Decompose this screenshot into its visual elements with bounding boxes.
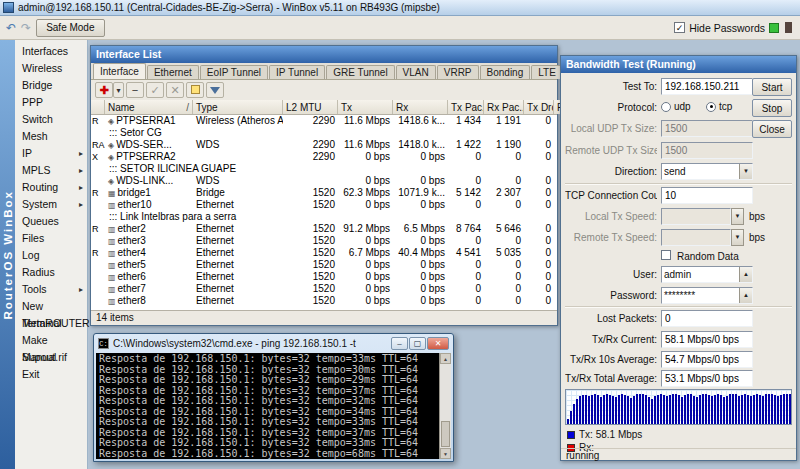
column-header-flags[interactable]: [91, 100, 105, 114]
close-button[interactable]: Close: [752, 120, 792, 138]
interface-row[interactable]: X◈PTPSERRA222900 bps0 bps000: [91, 151, 557, 163]
interface-row[interactable]: ▥ether3Ethernet15200 bps0 bps000: [91, 235, 557, 247]
sidebar-item-new-terminal[interactable]: New Terminal: [15, 298, 87, 315]
arrow-up-icon[interactable]: ▲: [739, 267, 752, 282]
tab-vlan[interactable]: VLAN: [396, 65, 436, 79]
interface-row[interactable]: ▥ether8Ethernet15200 bps0 bps000: [91, 295, 557, 307]
interface-comment-row[interactable]: ::: Link Intelbras para a serra: [91, 211, 557, 223]
sidebar-item-make-supout-rif[interactable]: Make Supout.rif: [15, 332, 87, 349]
sidebar-item-mpls[interactable]: MPLS▸: [15, 162, 87, 179]
sidebar-item-files[interactable]: Files: [15, 230, 87, 247]
local-tx-speed-dropdown-icon[interactable]: ▼: [731, 208, 744, 225]
row-cell: 0: [524, 151, 554, 163]
interface-row[interactable]: R◈PTPSERRA1Wireless (Atheros AR5...22901…: [91, 115, 557, 127]
random-data-checkbox[interactable]: [661, 250, 671, 260]
tab-lte[interactable]: LTE: [531, 65, 563, 79]
column-header-name[interactable]: Name/: [105, 100, 193, 114]
interface-row[interactable]: ▥ether5Ethernet15200 bps0 bps000: [91, 259, 557, 271]
undo-icon[interactable]: ↶: [6, 21, 16, 35]
sidebar-item-radius[interactable]: Radius: [15, 264, 87, 281]
column-header-rx-pac[interactable]: Rx Pac...: [484, 100, 524, 114]
interface-row[interactable]: ▥ether6Ethernet15200 bps0 bps000: [91, 271, 557, 283]
tab-ethernet[interactable]: Ethernet: [147, 65, 199, 79]
scroll-down-icon[interactable]: ▼: [440, 448, 451, 459]
stop-button[interactable]: Stop: [752, 99, 792, 117]
scrollbar-thumb[interactable]: [441, 421, 450, 447]
interface-row[interactable]: RA◈WDS-SER...WDS229011.6 Mbps1418.0 k...…: [91, 139, 557, 151]
tab-gre-tunnel[interactable]: GRE Tunnel: [326, 65, 394, 79]
console-output[interactable]: Resposta de 192.168.150.1: bytes=32 temp…: [96, 353, 451, 459]
row-cell: [554, 115, 557, 127]
tcp-connection-count-input[interactable]: [661, 187, 753, 204]
bandwidth-test-titlebar[interactable]: Bandwidth Test (Running): [561, 56, 796, 73]
maximize-button[interactable]: ▢: [409, 337, 426, 350]
window-titlebar[interactable]: admin@192.168.150.11 (Central-Cidades-BE…: [0, 0, 800, 16]
column-header-tx-pac[interactable]: Tx Pac...: [448, 100, 484, 114]
test-to-input[interactable]: [661, 78, 753, 95]
tab-bonding[interactable]: Bonding: [480, 65, 531, 79]
tab-vrrp[interactable]: VRRP: [437, 65, 479, 79]
row-cell: [283, 175, 338, 187]
direction-dropdown[interactable]: send ▼: [661, 163, 753, 180]
row-cell: [554, 187, 557, 199]
tab-eoip-tunnel[interactable]: EoIP Tunnel: [200, 65, 268, 79]
add-dropdown-icon[interactable]: ▾: [113, 82, 124, 98]
sidebar-item-routing[interactable]: Routing▸: [15, 179, 87, 196]
column-header-tx[interactable]: Tx: [338, 100, 393, 114]
remove-button[interactable]: −: [126, 82, 144, 98]
row-cell: 0: [484, 259, 524, 271]
sidebar-item-manual[interactable]: Manual: [15, 349, 87, 366]
interface-row[interactable]: R▥ether4Ethernet15206.7 Mbps40.4 Mbps4 5…: [91, 247, 557, 259]
column-header-type[interactable]: Type: [193, 100, 283, 114]
filter-button[interactable]: [206, 82, 224, 98]
protocol-udp-radio[interactable]: udp: [661, 101, 691, 112]
add-button[interactable]: ✚: [95, 82, 113, 98]
disable-button[interactable]: ✕: [166, 82, 184, 98]
column-header-l2-mtu[interactable]: L2 MTU: [283, 100, 338, 114]
arrow-up-icon[interactable]: ▲: [739, 288, 752, 303]
sidebar-item-ip[interactable]: IP▸: [15, 145, 87, 162]
interface-list-titlebar[interactable]: Interface List: [91, 46, 557, 63]
redo-icon[interactable]: ↷: [21, 21, 31, 35]
interface-row[interactable]: ▥ether7Ethernet15200 bps0 bps000: [91, 283, 557, 295]
scroll-up-icon[interactable]: ▲: [440, 353, 451, 364]
hide-passwords-checkbox[interactable]: ✓: [674, 22, 685, 33]
console-scrollbar[interactable]: ▲ ▼: [439, 353, 451, 459]
sidebar-item-queues[interactable]: Queues: [15, 213, 87, 230]
sidebar-item-system[interactable]: System▸: [15, 196, 87, 213]
chevron-down-icon[interactable]: ▼: [739, 164, 752, 179]
sidebar-item-ppp[interactable]: PPP: [15, 94, 87, 111]
sidebar-item-wireless[interactable]: Wireless: [15, 60, 87, 77]
interface-comment-row[interactable]: ::: SETOR ILICINEA GUAPE: [91, 163, 557, 175]
column-header-tx-drops[interactable]: Tx Drops: [524, 100, 554, 114]
chart-bar: [678, 395, 680, 424]
cmd-titlebar[interactable]: C: C:\Windows\system32\cmd.exe - ping 19…: [94, 334, 453, 353]
column-header-rx[interactable]: Rx: [393, 100, 448, 114]
user-field[interactable]: admin ▲: [661, 266, 753, 283]
sidebar-item-exit[interactable]: Exit: [15, 366, 87, 383]
sidebar-item-mesh[interactable]: Mesh: [15, 128, 87, 145]
interface-row[interactable]: R▥ether2Ethernet152091.2 Mbps6.5 Mbps8 7…: [91, 223, 557, 235]
protocol-tcp-radio[interactable]: tcp: [706, 101, 732, 112]
interface-row[interactable]: R▦bridge1Bridge152062.3 Mbps1071.9 k...5…: [91, 187, 557, 199]
interface-row[interactable]: ◈WDS-LINK...WDS0 bps0 bps000: [91, 175, 557, 187]
interface-row[interactable]: ▥ether10Ethernet15200 bps0 bps000: [91, 199, 557, 211]
start-button[interactable]: Start: [752, 78, 792, 96]
sidebar-item-log[interactable]: Log: [15, 247, 87, 264]
tab-interface[interactable]: Interface: [93, 63, 146, 79]
password-field[interactable]: ******** ▲: [661, 287, 753, 304]
interface-comment-row[interactable]: ::: Setor CG: [91, 127, 557, 139]
close-button[interactable]: ✕: [427, 337, 449, 350]
sidebar-item-metarouter[interactable]: MetaROUTER: [15, 315, 87, 332]
sidebar-item-switch[interactable]: Switch: [15, 111, 87, 128]
minimize-button[interactable]: –: [391, 337, 408, 350]
sidebar-item-interfaces[interactable]: Interfaces: [15, 43, 87, 60]
tab-ip-tunnel[interactable]: IP Tunnel: [269, 65, 325, 79]
chart-bar: [645, 395, 647, 424]
remote-tx-speed-dropdown-icon[interactable]: ▼: [731, 229, 744, 246]
sidebar-item-bridge[interactable]: Bridge: [15, 77, 87, 94]
comment-button[interactable]: [186, 82, 204, 98]
enable-button[interactable]: ✓: [146, 82, 164, 98]
sidebar-item-tools[interactable]: Tools▸: [15, 281, 87, 298]
safe-mode-button[interactable]: Safe Mode: [36, 19, 104, 37]
